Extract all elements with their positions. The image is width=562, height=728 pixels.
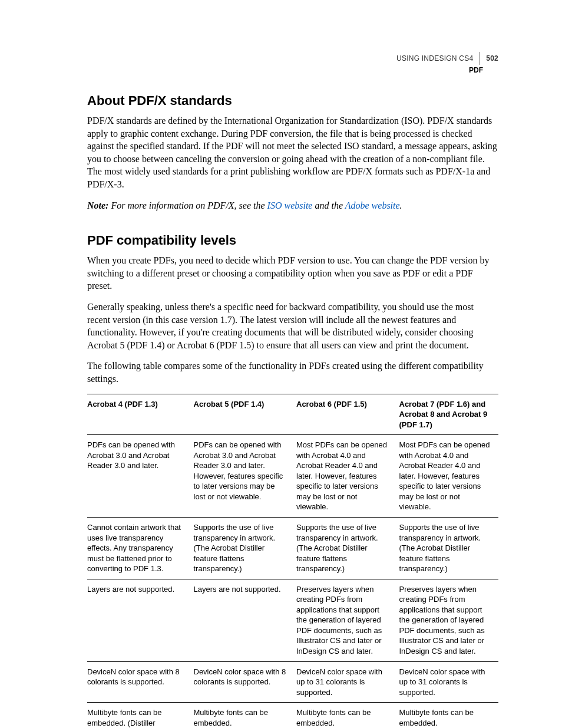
table-row: PDFs can be opened with Acrobat 3.0 and … <box>87 435 498 518</box>
compat-paragraph-2: Generally speaking, unless there's a spe… <box>87 301 498 351</box>
cell: Preserves layers when creating PDFs from… <box>396 579 499 661</box>
iso-website-link[interactable]: ISO website <box>267 200 313 210</box>
col-acrobat6: Acrobat 6 (PDF 1.5) <box>293 394 396 435</box>
adobe-website-link[interactable]: Adobe website <box>345 200 400 210</box>
table-row: Layers are not supported. Layers are not… <box>87 579 498 661</box>
cell: DeviceN color space with 8 colorants is … <box>190 661 293 703</box>
cell: Supports the use of live transparency in… <box>293 517 396 579</box>
page-number: 502 <box>486 54 498 62</box>
cell: PDFs can be opened with Acrobat 3.0 and … <box>190 435 293 518</box>
note-text-1: For more information on PDF/X, see the <box>108 200 267 210</box>
cell: Multibyte fonts can be embedded. <box>190 703 293 728</box>
note-text-2: and the <box>312 200 345 210</box>
compat-paragraph-1: When you create PDFs, you need to decide… <box>87 254 498 292</box>
cell: Layers are not supported. <box>190 579 293 661</box>
cell: Most PDFs can be opened with Acrobat 4.0… <box>293 435 396 518</box>
cell: Multibyte fonts can be embedded. (Distil… <box>87 703 190 728</box>
page: USING INDESIGN CS4 502 PDF About PDF/X s… <box>0 0 562 728</box>
section-label: PDF <box>396 66 498 74</box>
running-header: USING INDESIGN CS4 502 PDF <box>396 52 498 74</box>
compatibility-table: Acrobat 4 (PDF 1.3) Acrobat 5 (PDF 1.4) … <box>87 394 498 729</box>
note-label: Note: <box>87 200 108 210</box>
cell: Supports the use of live transparency in… <box>190 517 293 579</box>
doc-title: USING INDESIGN CS4 <box>396 54 473 62</box>
cell: PDFs can be opened with Acrobat 3.0 and … <box>87 435 190 518</box>
cell: DeviceN color space with 8 colorants is … <box>87 661 190 703</box>
heading-compat-levels: PDF compatibility levels <box>87 233 498 248</box>
note-text-3: . <box>400 200 402 210</box>
header-divider <box>480 52 480 65</box>
table-row: DeviceN color space with 8 colorants is … <box>87 661 498 703</box>
col-acrobat4: Acrobat 4 (PDF 1.3) <box>87 394 190 435</box>
table-row: Multibyte fonts can be embedded. (Distil… <box>87 703 498 728</box>
cell: Supports the use of live transparency in… <box>396 517 499 579</box>
cell: DeviceN color space with up to 31 colora… <box>293 661 396 703</box>
table-row: Cannot contain artwork that uses live tr… <box>87 517 498 579</box>
cell: Preserves layers when creating PDFs from… <box>293 579 396 661</box>
compat-paragraph-3: The following table compares some of the… <box>87 360 498 385</box>
heading-about-pdfx: About PDF/X standards <box>87 93 498 108</box>
cell: DeviceN color space with up to 31 colora… <box>396 661 499 703</box>
table-header-row: Acrobat 4 (PDF 1.3) Acrobat 5 (PDF 1.4) … <box>87 394 498 435</box>
cell: Cannot contain artwork that uses live tr… <box>87 517 190 579</box>
pdfx-paragraph: PDF/X standards are defined by the Inter… <box>87 114 498 191</box>
col-acrobat78: Acrobat 7 (PDF 1.6) and Acrobat 8 and Ac… <box>396 394 499 435</box>
cell: Multibyte fonts can be embedded. <box>293 703 396 728</box>
cell: Layers are not supported. <box>87 579 190 661</box>
pdfx-note: Note: For more information on PDF/X, see… <box>87 199 498 212</box>
col-acrobat5: Acrobat 5 (PDF 1.4) <box>190 394 293 435</box>
cell: Multibyte fonts can be embedded. <box>396 703 499 728</box>
cell: Most PDFs can be opened with Acrobat 4.0… <box>396 435 499 518</box>
